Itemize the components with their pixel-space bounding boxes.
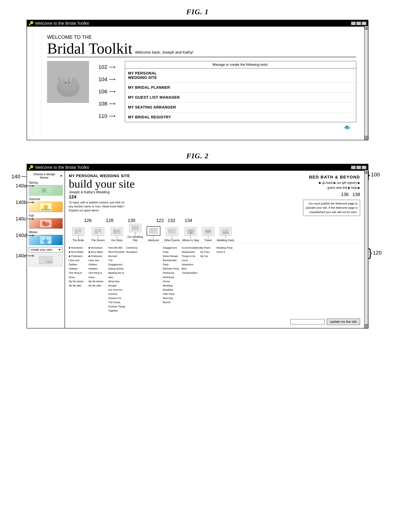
create-own-dropdown[interactable]: create your own ▼ — [29, 247, 63, 252]
story-sub-dating[interactable]: Dating Stories — [108, 267, 125, 271]
groom-sub-likes[interactable]: Likes and Dislikes — [88, 258, 108, 267]
fig2-window-icon: 🔑 — [28, 165, 34, 170]
bride-sub-hometown[interactable]: ■ Hometown — [69, 246, 88, 250]
nav-wedding-day[interactable]: Our Wedding Day — [126, 224, 144, 242]
svg-rect-19 — [47, 190, 50, 191]
other-events-sub-breakfast[interactable]: Wedding Breakfast — [163, 283, 181, 292]
groom-label: The Groom — [91, 239, 105, 242]
fig2-go-back-link[interactable]: ▶ go back ▶ our gift registry ▶ — [303, 180, 360, 185]
other-events-sub-bachelorette[interactable]: Bachelorette Party — [163, 258, 181, 267]
story-sub-dreams[interactable]: Dreams For The Future — [108, 296, 125, 305]
nav-wedding-party[interactable]: Wedding Party — [216, 227, 235, 242]
where-sub-thingstodo[interactable]: Things to do — [182, 254, 200, 258]
other-events-sub-bridal[interactable]: Bridal Shower — [163, 254, 181, 258]
story-sub-engagement[interactable]: The Engagement — [108, 258, 125, 267]
svg-rect-38 — [79, 229, 82, 230]
where-to-stay-label: Where to Stay — [182, 239, 199, 242]
menu-item-guest-list[interactable]: MY GUEST LIST MANAGER — [125, 93, 356, 102]
scroll-track[interactable] — [364, 30, 368, 136]
window-icon: 🔑 — [28, 21, 34, 26]
bride-icon — [72, 227, 84, 236]
travel-sub-train[interactable]: By Train — [200, 250, 216, 254]
other-events-sub-bachelor[interactable]: Bachelor Party — [163, 267, 181, 271]
fig2-scroll-track[interactable] — [364, 174, 368, 324]
groom-sub-lifebefore[interactable]: My life before — [88, 279, 108, 283]
nav-other-events[interactable]: Other Events — [163, 227, 181, 242]
groom-sub-onething[interactable]: One thing to know... — [88, 271, 108, 279]
nav-where-to-stay[interactable]: Where to Stay — [182, 227, 200, 242]
fig2-minimize-button[interactable]: _ — [351, 166, 356, 169]
fig2-scroll-up[interactable]: ▲ — [365, 170, 368, 174]
bride-sub-profession[interactable]: ■ Profession — [69, 254, 88, 258]
svg-rect-39 — [79, 231, 81, 231]
story-sub-whatthey[interactable]: What they thought — [108, 279, 125, 288]
sidebar-spring-option: 140a ⟶ Spring — [29, 181, 63, 196]
minimize-button[interactable]: _ — [351, 22, 356, 25]
menu-item-wedding-site[interactable]: MY PERSONALWEDDING SITE — [125, 68, 356, 83]
svg-rect-52 — [114, 232, 115, 232]
fall-thumbnail[interactable] — [29, 218, 63, 229]
story-sub-favorite[interactable]: Favorite Things Together — [108, 305, 125, 313]
groom-sub-lifeafter[interactable]: My life after — [88, 283, 108, 288]
menu-item-registry[interactable]: MY BRIDAL REGISTRY — [125, 112, 356, 122]
fig1-window-controls: _ □ ✕ — [351, 22, 367, 25]
update-live-site-button[interactable]: update my live site — [327, 319, 360, 325]
sidebar-fall-option: 140c ⟶ Fall — [29, 214, 63, 229]
nav-welcome[interactable]: Welcome — [145, 226, 162, 242]
groom-sub-hometown[interactable]: ■ Hometown — [88, 246, 108, 250]
menu-item-bridal-planner[interactable]: MY BRIDAL PLANNER — [125, 83, 356, 93]
bride-sub-alma[interactable]: ■ Alma Mater — [69, 250, 88, 254]
other-events-sub-rehearsal[interactable]: Rehearsal — [163, 271, 181, 275]
fig2-scrollbar[interactable]: ▲ ▼ — [364, 170, 368, 328]
fig2-maximize-button[interactable]: □ — [356, 166, 361, 169]
ref-140b: 140b ⟶ — [16, 200, 34, 205]
where-sub-restaurants[interactable]: Restaurants — [182, 250, 200, 254]
travel-sub-car[interactable]: By Car — [200, 254, 216, 258]
sidebar-summer-option: 140b ⟶ Summer — [29, 198, 63, 212]
where-sub-transportation[interactable]: Best Transportation — [182, 267, 200, 275]
scroll-up-arrow[interactable]: ▲ — [365, 26, 368, 30]
menu-item-seating[interactable]: MY SEATING ARRANGER — [125, 102, 356, 112]
other-events-sub-engagement[interactable]: Engagement Party — [163, 246, 181, 254]
scroll-down-arrow[interactable]: ▼ — [365, 136, 368, 140]
where-sub-accommodations[interactable]: Accommodations — [182, 246, 200, 250]
story-sub-inlaws[interactable]: Meeting the In-laws — [108, 271, 125, 279]
groom-sub-alma[interactable]: ■ Alma Mater — [88, 250, 108, 254]
url-input[interactable] — [290, 319, 324, 324]
close-button[interactable]: ✕ — [362, 22, 367, 25]
bride-sub-onething[interactable]: One thing to know... — [69, 271, 88, 279]
bride-sub-hobbies[interactable]: Hobbies — [69, 267, 88, 271]
bride-sub-lifeafter[interactable]: My life after — [69, 283, 88, 288]
wedding-party-sub-count[interactable]: Wedding Party Count 0 — [216, 246, 235, 254]
fig2-scroll-down[interactable]: ▼ — [365, 324, 368, 328]
fig1-scrollbar[interactable]: ▲ ▼ — [364, 26, 368, 140]
travel-sub-plane[interactable]: By Plane — [200, 246, 216, 250]
ref-106: 106 — [99, 89, 107, 95]
fig2-note-box: You must publish the Welcome page to act… — [303, 200, 360, 216]
wedding-day-sub-reception[interactable]: Reception — [126, 250, 144, 254]
fig2-instructions: To input, edit or publish content, just … — [69, 200, 135, 212]
other-events-sub-rehearsal-dinner[interactable]: Rehearsal Dinner — [163, 275, 181, 283]
story-sub-howwemet[interactable]: How We Met — [108, 246, 125, 250]
story-sub-romantic[interactable]: Most Romantic Moment — [108, 250, 125, 258]
fig2-guest-view-link[interactable]: guest view link ▶ help ▶ — [303, 185, 360, 190]
wedding-day-sub-ceremony[interactable]: Ceremony — [126, 246, 144, 250]
story-sub-funmoment[interactable]: Our most fun moment — [108, 288, 125, 296]
bride-sub-likes[interactable]: Likes and Dislikes — [69, 258, 88, 267]
nav-groom[interactable]: The Groom — [88, 227, 108, 242]
bride-sub-lifebefore[interactable]: My life before — [69, 279, 88, 283]
where-sub-attractions[interactable]: Local Attractions — [182, 258, 200, 267]
fig1-title: FIG. 1 — [27, 8, 368, 16]
other-events-sub-after[interactable]: After Party — [163, 292, 181, 296]
subnav-where-to-stay: Accommodations Restaurants Things to do … — [182, 246, 200, 275]
nav-bride[interactable]: The Bride — [69, 227, 88, 242]
other-events-sub-brunch[interactable]: Next Day Brunch — [163, 296, 181, 305]
nav-travel[interactable]: Travel — [200, 227, 216, 242]
groom-sub-profession[interactable]: ■ Profession — [88, 254, 108, 258]
fig2-header-right: BED BATH & BEYOND ▶ go back ▶ our gift r… — [303, 174, 360, 216]
fig2-close-button[interactable]: ✕ — [362, 166, 367, 169]
maximize-button[interactable]: □ — [356, 22, 361, 25]
fig2-titlebar-title: 🔑 Welcome to the Bridal Toolkit — [28, 165, 89, 170]
groom-sub-hobbies[interactable]: Hobbies — [88, 267, 108, 271]
nav-story[interactable]: Our Story — [108, 227, 125, 242]
